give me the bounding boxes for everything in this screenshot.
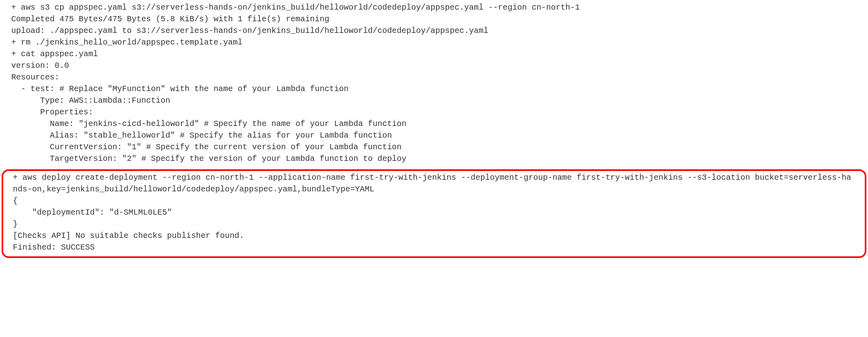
console-line: TargetVersion: "2" # Specify the version…: [11, 154, 406, 163]
console-line: + rm ./jenkins_hello_world/appspec.templ…: [11, 38, 242, 47]
console-output-top: + aws s3 cp appspec.yaml s3://serverless…: [0, 0, 868, 169]
console-output-highlighted: + aws deploy create-deployment --region …: [13, 172, 855, 253]
console-line: upload: ./appspec.yaml to s3://serverles…: [11, 26, 488, 35]
console-line: {: [13, 196, 18, 205]
console-line: CurrentVersion: "1" # Specify the curren…: [11, 142, 401, 152]
highlighted-deploy-section: + aws deploy create-deployment --region …: [2, 169, 866, 258]
console-line: - test: # Replace "MyFunction" with the …: [11, 84, 348, 93]
console-line: Finished: SUCCESS: [13, 243, 95, 252]
console-line: + aws s3 cp appspec.yaml s3://serverless…: [11, 3, 580, 12]
console-line: Resources:: [11, 73, 59, 82]
console-line: Type: AWS::Lambda::Function: [11, 96, 170, 105]
console-line: [Checks API] No suitable checks publishe…: [13, 231, 244, 240]
console-line: + aws deploy create-deployment --region …: [13, 173, 851, 194]
console-line: Completed 475 Bytes/475 Bytes (5.8 KiB/s…: [11, 14, 329, 24]
console-line: version: 0.0: [11, 61, 69, 70]
console-line: Alias: "stable_helloworld" # Specify the…: [11, 131, 392, 140]
console-line: + cat appspec.yaml: [11, 49, 98, 59]
console-line: Name: "jenkins-cicd-helloworld" # Specif…: [11, 119, 406, 128]
console-line: "deploymentId": "d-SMLML0LE5": [13, 208, 172, 217]
console-line: Properties:: [11, 108, 93, 117]
console-line: }: [13, 219, 18, 229]
